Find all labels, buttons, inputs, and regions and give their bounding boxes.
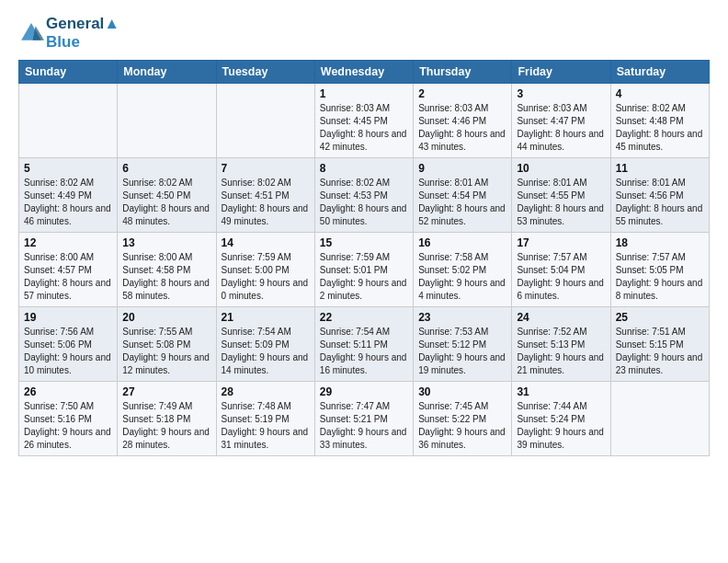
- day-info: Sunrise: 7:57 AM Sunset: 5:04 PM Dayligh…: [517, 251, 605, 303]
- calendar-cell: 30Sunrise: 7:45 AM Sunset: 5:22 PM Dayli…: [414, 382, 512, 456]
- day-number: 19: [24, 311, 112, 324]
- weekday-tuesday: Tuesday: [216, 61, 314, 84]
- day-number: 4: [616, 87, 704, 100]
- day-number: 30: [418, 385, 506, 398]
- day-info: Sunrise: 8:03 AM Sunset: 4:45 PM Dayligh…: [320, 102, 408, 154]
- calendar-cell: 13Sunrise: 8:00 AM Sunset: 4:58 PM Dayli…: [118, 233, 216, 307]
- day-info: Sunrise: 8:01 AM Sunset: 4:54 PM Dayligh…: [418, 177, 506, 228]
- day-info: Sunrise: 7:58 AM Sunset: 5:02 PM Dayligh…: [418, 251, 506, 303]
- day-info: Sunrise: 8:02 AM Sunset: 4:48 PM Dayligh…: [616, 102, 704, 154]
- day-number: 28: [222, 385, 310, 398]
- weekday-wednesday: Wednesday: [314, 61, 413, 84]
- calendar-cell: 20Sunrise: 7:55 AM Sunset: 5:08 PM Dayli…: [118, 307, 216, 382]
- logo: General▲ Blue: [18, 15, 119, 51]
- day-number: 1: [320, 87, 408, 100]
- calendar-cell: 28Sunrise: 7:48 AM Sunset: 5:19 PM Dayli…: [216, 382, 314, 456]
- weekday-friday: Friday: [512, 61, 610, 84]
- day-info: Sunrise: 7:53 AM Sunset: 5:12 PM Dayligh…: [418, 326, 506, 377]
- weekday-header-row: SundayMondayTuesdayWednesdayThursdayFrid…: [19, 61, 710, 84]
- calendar-cell: 4Sunrise: 8:02 AM Sunset: 4:48 PM Daylig…: [610, 84, 709, 158]
- day-number: 31: [517, 385, 605, 398]
- day-number: 16: [418, 236, 506, 249]
- day-info: Sunrise: 7:59 AM Sunset: 5:01 PM Dayligh…: [320, 251, 408, 303]
- week-row-2: 12Sunrise: 8:00 AM Sunset: 4:57 PM Dayli…: [19, 233, 710, 307]
- calendar-cell: 21Sunrise: 7:54 AM Sunset: 5:09 PM Dayli…: [216, 307, 314, 382]
- day-number: 18: [616, 236, 704, 249]
- calendar-cell: 26Sunrise: 7:50 AM Sunset: 5:16 PM Dayli…: [19, 382, 118, 456]
- weekday-sunday: Sunday: [19, 61, 118, 84]
- day-info: Sunrise: 7:54 AM Sunset: 5:09 PM Dayligh…: [222, 326, 310, 377]
- day-info: Sunrise: 8:03 AM Sunset: 4:46 PM Dayligh…: [418, 102, 506, 154]
- calendar-cell: 19Sunrise: 7:56 AM Sunset: 5:06 PM Dayli…: [19, 307, 118, 382]
- calendar-cell: 1Sunrise: 8:03 AM Sunset: 4:45 PM Daylig…: [314, 84, 413, 158]
- calendar-cell: 17Sunrise: 7:57 AM Sunset: 5:04 PM Dayli…: [512, 233, 610, 307]
- calendar-cell: 24Sunrise: 7:52 AM Sunset: 5:13 PM Dayli…: [512, 307, 610, 382]
- week-row-1: 5Sunrise: 8:02 AM Sunset: 4:49 PM Daylig…: [19, 158, 710, 233]
- calendar-cell: 18Sunrise: 7:57 AM Sunset: 5:05 PM Dayli…: [610, 233, 709, 307]
- day-info: Sunrise: 8:00 AM Sunset: 4:58 PM Dayligh…: [122, 251, 210, 303]
- calendar-cell: 11Sunrise: 8:01 AM Sunset: 4:56 PM Dayli…: [610, 158, 709, 233]
- day-info: Sunrise: 7:45 AM Sunset: 5:22 PM Dayligh…: [418, 400, 506, 452]
- day-number: 5: [24, 162, 112, 175]
- day-number: 17: [517, 236, 605, 249]
- calendar-cell: 10Sunrise: 8:01 AM Sunset: 4:55 PM Dayli…: [512, 158, 610, 233]
- calendar-cell: 29Sunrise: 7:47 AM Sunset: 5:21 PM Dayli…: [314, 382, 413, 456]
- calendar-cell: 2Sunrise: 8:03 AM Sunset: 4:46 PM Daylig…: [414, 84, 512, 158]
- page: General▲ Blue SundayMondayTuesdayWednesd…: [0, 0, 728, 563]
- calendar-cell: [118, 84, 216, 158]
- day-info: Sunrise: 7:44 AM Sunset: 5:24 PM Dayligh…: [517, 400, 605, 452]
- calendar-cell: 7Sunrise: 8:02 AM Sunset: 4:51 PM Daylig…: [216, 158, 314, 233]
- day-info: Sunrise: 7:50 AM Sunset: 5:16 PM Dayligh…: [24, 400, 112, 452]
- day-info: Sunrise: 7:51 AM Sunset: 5:15 PM Dayligh…: [616, 326, 704, 377]
- weekday-thursday: Thursday: [414, 61, 512, 84]
- day-number: 14: [222, 236, 310, 249]
- logo-text: General▲ Blue: [46, 15, 119, 51]
- calendar-cell: [216, 84, 314, 158]
- calendar-cell: 8Sunrise: 8:02 AM Sunset: 4:53 PM Daylig…: [314, 158, 413, 233]
- day-number: 23: [418, 311, 506, 324]
- svg-marker-2: [33, 26, 44, 40]
- calendar-cell: 15Sunrise: 7:59 AM Sunset: 5:01 PM Dayli…: [314, 233, 413, 307]
- calendar-cell: 22Sunrise: 7:54 AM Sunset: 5:11 PM Dayli…: [314, 307, 413, 382]
- calendar-cell: 16Sunrise: 7:58 AM Sunset: 5:02 PM Dayli…: [414, 233, 512, 307]
- day-info: Sunrise: 7:55 AM Sunset: 5:08 PM Dayligh…: [122, 326, 210, 377]
- calendar-cell: 6Sunrise: 8:02 AM Sunset: 4:50 PM Daylig…: [118, 158, 216, 233]
- day-number: 21: [222, 311, 310, 324]
- day-info: Sunrise: 8:02 AM Sunset: 4:50 PM Dayligh…: [122, 177, 210, 228]
- day-info: Sunrise: 7:48 AM Sunset: 5:19 PM Dayligh…: [222, 400, 310, 452]
- day-info: Sunrise: 7:59 AM Sunset: 5:00 PM Dayligh…: [222, 251, 310, 303]
- calendar-cell: 12Sunrise: 8:00 AM Sunset: 4:57 PM Dayli…: [19, 233, 118, 307]
- week-row-3: 19Sunrise: 7:56 AM Sunset: 5:06 PM Dayli…: [19, 307, 710, 382]
- day-info: Sunrise: 8:01 AM Sunset: 4:56 PM Dayligh…: [616, 177, 704, 228]
- calendar-cell: 27Sunrise: 7:49 AM Sunset: 5:18 PM Dayli…: [118, 382, 216, 456]
- day-info: Sunrise: 8:01 AM Sunset: 4:55 PM Dayligh…: [517, 177, 605, 228]
- day-info: Sunrise: 7:54 AM Sunset: 5:11 PM Dayligh…: [320, 326, 408, 377]
- day-number: 24: [517, 311, 605, 324]
- day-number: 2: [418, 87, 506, 100]
- day-info: Sunrise: 8:02 AM Sunset: 4:51 PM Dayligh…: [222, 177, 310, 228]
- day-info: Sunrise: 7:56 AM Sunset: 5:06 PM Dayligh…: [24, 326, 112, 377]
- day-number: 20: [122, 311, 210, 324]
- day-number: 13: [122, 236, 210, 249]
- weekday-saturday: Saturday: [610, 61, 709, 84]
- day-info: Sunrise: 7:57 AM Sunset: 5:05 PM Dayligh…: [616, 251, 704, 303]
- day-number: 11: [616, 162, 704, 175]
- calendar-cell: [610, 382, 709, 456]
- day-info: Sunrise: 8:00 AM Sunset: 4:57 PM Dayligh…: [24, 251, 112, 303]
- weekday-monday: Monday: [118, 61, 216, 84]
- day-number: 6: [122, 162, 210, 175]
- calendar-cell: 5Sunrise: 8:02 AM Sunset: 4:49 PM Daylig…: [19, 158, 118, 233]
- calendar: SundayMondayTuesdayWednesdayThursdayFrid…: [18, 60, 710, 456]
- day-number: 3: [517, 87, 605, 100]
- calendar-cell: [19, 84, 118, 158]
- calendar-cell: 25Sunrise: 7:51 AM Sunset: 5:15 PM Dayli…: [610, 307, 709, 382]
- day-number: 10: [517, 162, 605, 175]
- calendar-cell: 3Sunrise: 8:03 AM Sunset: 4:47 PM Daylig…: [512, 84, 610, 158]
- day-number: 26: [24, 385, 112, 398]
- day-info: Sunrise: 8:03 AM Sunset: 4:47 PM Dayligh…: [517, 102, 605, 154]
- calendar-cell: 14Sunrise: 7:59 AM Sunset: 5:00 PM Dayli…: [216, 233, 314, 307]
- day-number: 9: [418, 162, 506, 175]
- calendar-cell: 31Sunrise: 7:44 AM Sunset: 5:24 PM Dayli…: [512, 382, 610, 456]
- day-number: 15: [320, 236, 408, 249]
- day-number: 25: [616, 311, 704, 324]
